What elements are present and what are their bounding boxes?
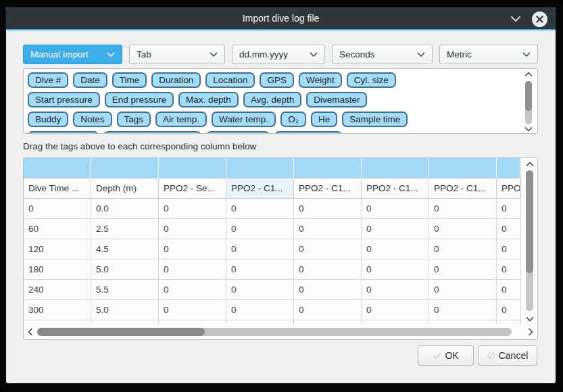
titlebar[interactable]: Import dive log file bbox=[6, 7, 556, 30]
drop-target-cell[interactable] bbox=[91, 158, 159, 178]
table-cell: 0 bbox=[294, 199, 362, 219]
tag-water-temp[interactable]: Water temp. bbox=[212, 112, 276, 127]
table-cell: 0 bbox=[429, 219, 497, 239]
drop-target-cell[interactable] bbox=[24, 158, 91, 178]
scroll-down-icon[interactable] bbox=[521, 316, 538, 322]
drop-target-cell[interactable] bbox=[226, 158, 294, 178]
table-cell: 0 bbox=[362, 219, 429, 239]
units-dropdown[interactable]: Metric bbox=[439, 45, 538, 64]
tag-time[interactable]: Time bbox=[112, 72, 147, 88]
tag-sample-cns[interactable]: Sample CNS bbox=[274, 131, 342, 134]
close-button[interactable] bbox=[532, 11, 547, 27]
drop-target-cell[interactable] bbox=[159, 158, 226, 178]
table-cell: 0 bbox=[497, 280, 520, 300]
scroll-right-icon[interactable] bbox=[528, 324, 533, 339]
table-header-row: Dive Time ... Depth (m) PPO2 - Se... PPO… bbox=[24, 178, 520, 199]
drop-target-cell[interactable] bbox=[294, 158, 362, 178]
table-row: 0 0.0 0 0 0 0 0 0 bbox=[24, 199, 520, 219]
tag-avg-depth[interactable]: Avg. depth bbox=[243, 92, 301, 107]
table-cell: 0 bbox=[226, 239, 294, 260]
ok-button[interactable]: OK bbox=[418, 345, 474, 366]
scroll-down-icon[interactable] bbox=[524, 126, 533, 132]
table-cell: 0 bbox=[362, 239, 429, 260]
tag-gps[interactable]: GPS bbox=[260, 72, 294, 88]
column-header[interactable]: Depth (m) bbox=[91, 178, 159, 199]
scroll-up-icon[interactable] bbox=[524, 72, 533, 77]
scrollbar-thumb[interactable] bbox=[37, 328, 205, 336]
scrollbar-thumb[interactable] bbox=[526, 170, 533, 273]
drop-target-cell[interactable] bbox=[429, 158, 497, 178]
scroll-up-icon[interactable] bbox=[521, 162, 538, 167]
drop-target-cell[interactable] bbox=[362, 158, 429, 178]
tag-duration[interactable]: Duration bbox=[151, 72, 201, 88]
column-header[interactable]: PPO2 - C1... bbox=[362, 178, 429, 199]
tag-end-pressure[interactable]: End pressure bbox=[105, 92, 174, 107]
table-cell: 0 bbox=[159, 260, 226, 280]
table-cell: 0 bbox=[362, 199, 429, 219]
tag-divemaster[interactable]: Divemaster bbox=[306, 92, 367, 107]
import-mode-dropdown[interactable]: Manual import bbox=[23, 45, 122, 64]
tag-start-pressure[interactable]: Start pressure bbox=[28, 92, 100, 107]
table-cell: 0 bbox=[294, 239, 362, 260]
tag-buddy[interactable]: Buddy bbox=[28, 112, 68, 127]
table-cell: 0 bbox=[429, 239, 497, 260]
duration-format-dropdown[interactable]: Seconds bbox=[332, 45, 433, 64]
cancel-icon bbox=[487, 351, 495, 360]
column-header[interactable]: PPO2 - C1... bbox=[294, 178, 362, 199]
tag-location[interactable]: Location bbox=[205, 72, 255, 88]
table-cell: 0 bbox=[159, 199, 226, 219]
table-cell: 0 bbox=[226, 199, 294, 219]
tag-air-temp[interactable]: Air temp. bbox=[155, 112, 207, 127]
tag-date[interactable]: Date bbox=[73, 72, 107, 88]
table-horizontal-scrollbar[interactable] bbox=[24, 324, 537, 339]
table-cell: 0 bbox=[159, 219, 226, 239]
table-cell: 0 bbox=[362, 260, 429, 280]
tag-he[interactable]: He bbox=[311, 112, 337, 127]
scroll-left-icon[interactable] bbox=[28, 324, 33, 339]
tag-pool-scrollbar[interactable] bbox=[523, 72, 534, 132]
column-header[interactable]: PPO2 - C1... bbox=[226, 178, 294, 199]
tag-cyl-size[interactable]: Cyl. size bbox=[347, 72, 396, 88]
tag-row-clipped: Sample depth Sample temperature Sample p… bbox=[28, 131, 517, 134]
tag-notes[interactable]: Notes bbox=[73, 112, 112, 127]
tag-sample-temperature[interactable]: Sample temperature bbox=[103, 131, 201, 134]
chevron-down-icon[interactable] bbox=[510, 16, 521, 22]
table-cell: 4.5 bbox=[91, 239, 159, 260]
chevron-down-icon bbox=[417, 52, 425, 57]
table-row: 180 5.0 0 0 0 0 0 0 bbox=[24, 260, 520, 280]
tag-o2[interactable]: O₂ bbox=[280, 112, 306, 127]
tag-sample-depth[interactable]: Sample depth bbox=[28, 131, 99, 134]
column-header[interactable]: PPO2 - Se... bbox=[159, 178, 226, 199]
column-header[interactable]: PPO2 - C1... bbox=[429, 178, 497, 199]
tag-sample-po2[interactable]: Sample pO₂ bbox=[206, 131, 270, 134]
table-cell: 120 bbox=[24, 239, 91, 260]
scrollbar-thumb[interactable] bbox=[525, 81, 532, 111]
tag-row: Dive # Date Time Duration Location GPS W… bbox=[28, 72, 517, 88]
table-cell: 0 bbox=[429, 260, 497, 280]
drop-target-cell[interactable] bbox=[497, 158, 520, 178]
tag-dive-number[interactable]: Dive # bbox=[28, 72, 68, 88]
table-cell: 0 bbox=[294, 300, 362, 320]
column-header[interactable]: Dive Time ... bbox=[24, 178, 91, 199]
table-cell: 0 bbox=[159, 300, 226, 320]
table-row: 240 5.5 0 0 0 0 0 0 bbox=[24, 280, 520, 300]
field-separator-dropdown[interactable]: Tab bbox=[129, 45, 225, 64]
cancel-button[interactable]: Cancel bbox=[478, 345, 537, 366]
date-format-dropdown[interactable]: dd.mm.yyyy bbox=[232, 45, 325, 64]
table-cell: 0 bbox=[24, 199, 91, 219]
table-cell: 0 bbox=[159, 280, 226, 300]
table-vertical-scrollbar[interactable] bbox=[520, 158, 537, 324]
tag-pool: Dive # Date Time Duration Location GPS W… bbox=[23, 68, 538, 134]
screen-background: Import dive log file Manual import Tab d bbox=[0, 0, 563, 392]
check-icon bbox=[433, 352, 441, 360]
tag-weight[interactable]: Weight bbox=[299, 72, 342, 88]
tag-tags[interactable]: Tags bbox=[117, 112, 151, 127]
table-cell: 5.0 bbox=[91, 300, 159, 320]
chevron-down-icon bbox=[310, 52, 318, 57]
column-header[interactable]: PPO2 bbox=[497, 178, 520, 199]
table-cell: 0 bbox=[226, 219, 294, 239]
dialog-buttons: OK Cancel bbox=[418, 345, 537, 366]
tag-max-depth[interactable]: Max. depth bbox=[178, 92, 239, 107]
tag-sample-time[interactable]: Sample time bbox=[342, 112, 408, 127]
table-row: 60 2.5 0 0 0 0 0 0 bbox=[24, 219, 520, 239]
